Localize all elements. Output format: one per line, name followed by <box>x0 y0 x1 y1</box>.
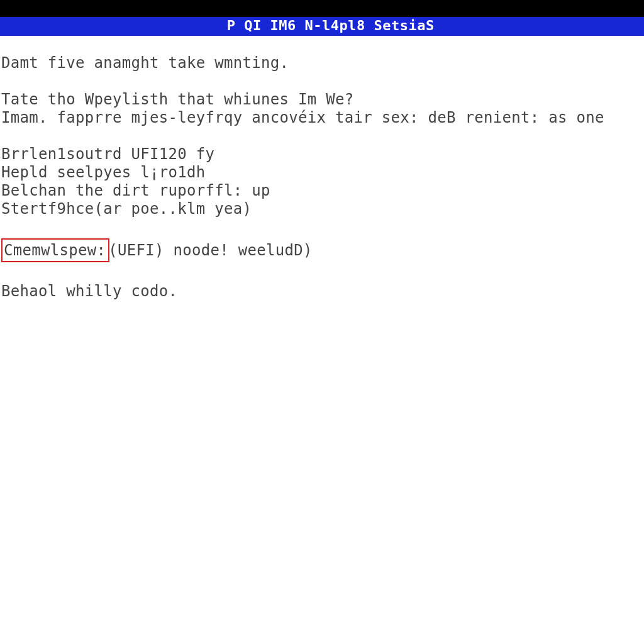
blank-line <box>1 264 643 282</box>
body-line: Hepld seelpyes l¡ro1dh <box>1 164 643 182</box>
message-body: Damt five anamght take wmnting. Tate tho… <box>0 36 644 301</box>
blank-line <box>1 72 643 91</box>
selection-text: Cmemwlspew: <box>4 242 106 259</box>
body-line: Stertf9hce(ar poe..klm yea) <box>1 200 643 218</box>
body-line: Damt five anamght take wmnting. <box>1 54 643 72</box>
body-line: Brrlen1soutrd UFI120 fy <box>1 145 643 164</box>
body-line: Imam. fapprre mjes-leyfrqy ancovéix tair… <box>1 109 643 127</box>
highlighted-line[interactable]: Cmemwlspew: (UEFI) noode! weeludD) <box>1 238 643 263</box>
status-bar-text: DETT: Mesiagy Ioday B/sopl3 <box>19 37 252 53</box>
body-line: Belchan the dirt ruporffl: up <box>1 182 643 200</box>
blank-line <box>1 218 643 236</box>
selection-box[interactable]: Cmemwlspew: <box>1 238 109 262</box>
window-titlebar: P QI IM6 N-l4pl8 SetsiaS <box>0 0 644 17</box>
window-title-text: P QI IM6 N-l4pl8 SetsiaS <box>227 18 435 33</box>
body-line: Behaol whilly codo. <box>1 282 643 301</box>
body-line-remainder: (UEFI) noode! weeludD) <box>108 242 312 259</box>
blank-line <box>1 127 643 145</box>
body-line: Tate tho Wpeylisth that whiunes Im We? <box>1 91 643 109</box>
